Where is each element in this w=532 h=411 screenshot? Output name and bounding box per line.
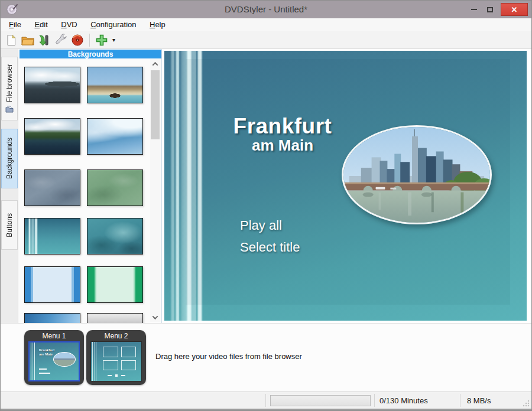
- dvd-menu-preview[interactable]: Frankfurt am Main: [164, 51, 527, 321]
- mini-button-grid: [103, 347, 136, 370]
- save-green-arrow-icon: [37, 34, 51, 47]
- mini-stripes: [31, 342, 36, 380]
- minimize-button[interactable]: [466, 3, 482, 16]
- menu-edit[interactable]: Edit: [29, 18, 53, 31]
- status-separator: [265, 394, 266, 407]
- background-thumbnail-green-texture[interactable]: [87, 169, 143, 206]
- folder-icon: [5, 105, 14, 113]
- menu-title-line2: am Main: [212, 137, 353, 154]
- preview-area: Frankfurt am Main: [162, 49, 532, 323]
- capacity-progress-bar: [270, 395, 371, 406]
- menubar: File Edit DVD Configuration Help: [1, 18, 531, 31]
- maximize-icon: [487, 7, 493, 12]
- menu1-label: Menu 1: [24, 332, 84, 340]
- maximize-button[interactable]: [482, 3, 498, 16]
- background-thumbnail-blue-gradient[interactable]: [24, 313, 80, 323]
- window-title: DVDStyler - Untitled*: [1, 1, 531, 18]
- open-project-button[interactable]: [20, 32, 36, 48]
- background-thumbnail-teal-water[interactable]: [87, 218, 143, 255]
- scroll-down-button[interactable]: [150, 312, 160, 322]
- background-thumbnail-blue-waves[interactable]: [87, 118, 143, 155]
- close-button[interactable]: ✕: [501, 3, 528, 16]
- background-thumbnail-green-frame[interactable]: [87, 266, 143, 303]
- close-icon: ✕: [511, 5, 518, 14]
- tab-backgrounds[interactable]: Backgrounds: [1, 129, 18, 188]
- mini-menu-line: [39, 368, 47, 370]
- menu2-card[interactable]: Menu 2: [86, 330, 146, 385]
- save-project-button[interactable]: [36, 32, 53, 48]
- background-thumbnail-blue-frame[interactable]: [24, 266, 80, 303]
- background-thumbnail-teal-stripes[interactable]: [24, 218, 80, 255]
- app-window: DVDStyler - Untitled* ✕ File Edit DVD Co…: [0, 0, 532, 411]
- new-project-button[interactable]: [3, 32, 20, 48]
- menu-file[interactable]: File: [4, 18, 27, 31]
- menu-configuration[interactable]: Configuration: [85, 18, 141, 31]
- tab-file-browser-label: File browser: [5, 64, 14, 102]
- dropdown-caret-icon[interactable]: ▾: [110, 37, 118, 43]
- frankfurt-skyline-image: [343, 127, 490, 223]
- burn-disc-icon: [71, 34, 84, 47]
- background-thumbnail-boat-beach[interactable]: [87, 67, 143, 103]
- open-folder-icon: [21, 34, 35, 47]
- mini-menu-line: [39, 373, 50, 374]
- settings-button[interactable]: [53, 32, 69, 48]
- scroll-up-button[interactable]: [150, 59, 160, 68]
- burn-button[interactable]: [69, 32, 86, 48]
- status-separator: [374, 394, 375, 407]
- mini-menu-title: Frankfurt am Main: [39, 348, 54, 357]
- panel-scrollbar[interactable]: [150, 59, 160, 322]
- menus-strip[interactable]: Menu 1 Frankfurt am Main Menu 2: [1, 323, 531, 392]
- tab-backgrounds-label: Backgrounds: [5, 138, 14, 179]
- tab-file-browser[interactable]: File browser: [1, 57, 18, 120]
- minimize-icon: [471, 9, 477, 10]
- backgrounds-panel: Backgrounds: [18, 49, 162, 323]
- menu-help[interactable]: Help: [144, 18, 171, 31]
- menu-title-line1: Frankfurt: [212, 116, 353, 137]
- menu2-thumbnail[interactable]: [90, 341, 142, 381]
- status-separator: [460, 394, 460, 407]
- menu-title-object[interactable]: Frankfurt am Main: [212, 116, 353, 154]
- mini-nav-buttons: [108, 374, 125, 377]
- mini-stripes: [92, 342, 98, 381]
- wrench-icon: [54, 34, 68, 47]
- background-thumbnail-gray-gradient[interactable]: [87, 313, 143, 323]
- toolbar-separator: [89, 34, 90, 47]
- add-file-button[interactable]: [93, 32, 110, 48]
- status-minutes: 0/130 Minutes: [379, 396, 428, 405]
- new-document-icon: [5, 34, 18, 47]
- tab-buttons[interactable]: Buttons: [1, 200, 18, 250]
- menu2-label: Menu 2: [86, 332, 146, 340]
- drop-hint-text: Drag here your video files from file bro…: [155, 352, 302, 361]
- tab-buttons-label: Buttons: [5, 213, 14, 237]
- toolbar: ▾: [1, 31, 531, 49]
- scroll-down-icon: [153, 314, 158, 319]
- frankfurt-photo-oval[interactable]: [342, 125, 492, 224]
- menu1-card[interactable]: Menu 1 Frankfurt am Main: [24, 330, 84, 385]
- background-thumbnail-sea-island[interactable]: [24, 67, 80, 103]
- menu-button-play-all[interactable]: Play all: [240, 218, 300, 233]
- menu-dvd[interactable]: DVD: [56, 18, 82, 31]
- window-frame-bottom: [1, 409, 531, 411]
- menu1-thumbnail[interactable]: Frankfurt am Main: [28, 341, 80, 381]
- background-thumbnail-gray-clouds[interactable]: [24, 169, 80, 206]
- mini-oval-photo: [53, 352, 76, 367]
- green-plus-icon: [95, 33, 109, 47]
- menu-button-select-title[interactable]: Select title: [240, 240, 300, 255]
- status-speed: 8 MB/s: [467, 396, 491, 405]
- background-thumbnail-lake-shore[interactable]: [24, 118, 80, 155]
- sidebar-tabstrip: File browser Backgrounds Buttons: [1, 49, 18, 323]
- resize-grip[interactable]: [523, 400, 530, 407]
- scrollbar-thumb[interactable]: [151, 70, 160, 139]
- scroll-up-icon: [153, 61, 158, 67]
- statusbar: 0/130 Minutes 8 MB/s: [1, 392, 531, 409]
- panel-header: Backgrounds: [20, 50, 161, 58]
- titlebar[interactable]: DVDStyler - Untitled* ✕: [1, 1, 531, 18]
